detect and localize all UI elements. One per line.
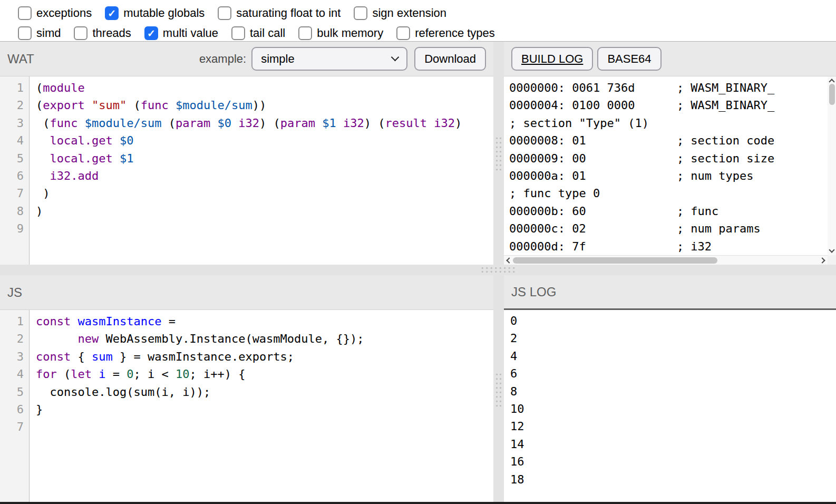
line-number: 4	[0, 132, 29, 149]
code-line: }	[36, 401, 493, 418]
feature-toggle-multi-value[interactable]: ✓multi value	[144, 26, 218, 40]
build-log-vertical-scrollbar[interactable]	[828, 76, 836, 255]
feature-toggle-bulk-memory[interactable]: bulk memory	[298, 26, 383, 40]
js-log-body: 0 2 4 6 8 10 12 14 16 18	[504, 310, 836, 504]
example-label: example:	[199, 52, 246, 66]
feature-toggle-saturating-float-to-int[interactable]: saturating float to int	[218, 6, 341, 20]
scroll-down-icon[interactable]	[829, 247, 834, 253]
wat-panel-title: WAT	[7, 52, 34, 66]
code-line: const wasmInstance =	[36, 313, 493, 330]
js-editor[interactable]: 1234567 const wasmInstance = new WebAsse…	[0, 310, 493, 504]
code-line: i32.add	[36, 167, 493, 185]
checkbox-unchecked-icon[interactable]	[231, 26, 245, 40]
js-panel-title: JS	[7, 285, 22, 300]
line-number: 4	[0, 365, 29, 383]
js-editor-gutter: 1234567	[0, 310, 30, 504]
checkbox-checked-icon[interactable]: ✓	[144, 26, 158, 40]
js-panel: JS 1234567 const wasmInstance = new WebA…	[0, 275, 493, 504]
code-line: for (let i = 0; i < 10; i++) {	[36, 365, 493, 383]
line-number: 2	[0, 96, 29, 114]
line-number: 3	[0, 114, 29, 132]
code-line: )	[36, 202, 493, 220]
feature-toggle-reference-types[interactable]: reference types	[396, 26, 495, 40]
scroll-right-icon[interactable]	[819, 257, 825, 263]
code-line: (func $module/sum (param $0 i32) (param …	[36, 114, 493, 132]
checkbox-unchecked-icon[interactable]	[354, 6, 367, 20]
vertical-splitter-top[interactable]	[493, 42, 504, 265]
wat-panel: WAT example: simple Download 123456789 (…	[0, 42, 493, 265]
js-log-output: 0 2 4 6 8 10 12 14 16 18	[504, 310, 836, 488]
horizontal-splitter[interactable]	[0, 265, 836, 275]
drag-handle-icon	[495, 372, 503, 407]
code-line: )	[36, 185, 493, 202]
checkbox-unchecked-icon[interactable]	[396, 26, 410, 40]
vertical-splitter-bottom[interactable]	[493, 275, 504, 504]
download-button[interactable]: Download	[414, 47, 486, 71]
feature-toggle-threads[interactable]: threads	[74, 26, 131, 40]
wat-editor[interactable]: 123456789 (module(export "sum" (func $mo…	[0, 76, 493, 265]
line-number: 1	[0, 313, 29, 330]
page-bottom-border	[0, 502, 836, 504]
features-row-2: simdthreads✓multi valuetail callbulk mem…	[18, 23, 836, 43]
checkbox-checked-icon[interactable]: ✓	[105, 6, 119, 20]
main-grid: WAT example: simple Download 123456789 (…	[0, 42, 836, 504]
drag-handle-icon	[495, 136, 503, 171]
build-log-panel: BUILD LOGBASE64 0000000: 0061 736d ; WAS…	[504, 42, 836, 265]
code-line: local.get $0	[36, 132, 493, 149]
horizontal-scroll-thumb[interactable]	[513, 257, 717, 264]
feature-toggle-exceptions[interactable]: exceptions	[18, 6, 92, 20]
feature-label: saturating float to int	[236, 6, 341, 20]
code-line: new WebAssembly.Instance(wasmModule, {})…	[36, 330, 493, 347]
checkbox-unchecked-icon[interactable]	[218, 6, 231, 20]
example-select[interactable]: simple	[251, 47, 407, 71]
js-log-title: JS LOG	[511, 285, 556, 299]
checkbox-unchecked-icon[interactable]	[18, 26, 32, 40]
line-number: 8	[0, 202, 29, 220]
features-row-1: exceptions✓mutable globalssaturating flo…	[18, 3, 836, 23]
checkbox-unchecked-icon[interactable]	[74, 26, 88, 40]
scroll-left-icon[interactable]	[506, 257, 512, 263]
build-log-body: 0000000: 0061 736d ; WASM_BINARY_ 000000…	[504, 76, 836, 265]
tab-base64[interactable]: BASE64	[597, 47, 661, 71]
js-editor-code: const wasmInstance = new WebAssembly.Ins…	[30, 310, 493, 504]
scrollbar-corner	[828, 255, 836, 265]
feature-toggle-simd[interactable]: simd	[18, 26, 61, 40]
line-number: 6	[0, 167, 29, 185]
line-number: 7	[0, 418, 29, 435]
example-select-value: simple	[261, 52, 295, 66]
feature-label: exceptions	[36, 6, 92, 20]
feature-label: reference types	[415, 26, 495, 40]
checkbox-unchecked-icon[interactable]	[298, 26, 312, 40]
code-line	[36, 418, 493, 435]
js-log-panel: JS LOG 0 2 4 6 8 10 12 14 16 18	[504, 275, 836, 504]
feature-toggle-tail-call[interactable]: tail call	[231, 26, 285, 40]
feature-toggle-sign-extension[interactable]: sign extension	[354, 6, 446, 20]
build-log-tabs: BUILD LOGBASE64	[504, 42, 836, 76]
checkbox-unchecked-icon[interactable]	[18, 6, 32, 20]
wat-panel-header: WAT example: simple Download	[0, 42, 493, 76]
line-number: 7	[0, 185, 29, 202]
wasm-features-bar: exceptions✓mutable globalssaturating flo…	[0, 0, 836, 42]
feature-label: multi value	[163, 26, 218, 40]
build-log-horizontal-scrollbar[interactable]	[504, 255, 828, 265]
js-log-header: JS LOG	[504, 275, 836, 310]
drag-handle-icon	[480, 266, 515, 274]
feature-label: mutable globals	[123, 6, 205, 20]
feature-label: simd	[36, 26, 61, 40]
line-number: 6	[0, 401, 29, 418]
wat-editor-gutter: 123456789	[0, 76, 30, 265]
line-number: 3	[0, 348, 29, 365]
chevron-down-icon	[391, 53, 400, 62]
tab-build-log[interactable]: BUILD LOG	[511, 47, 593, 71]
code-line: local.get $1	[36, 150, 493, 167]
build-log-output: 0000000: 0061 736d ; WASM_BINARY_ 000000…	[504, 76, 836, 255]
line-number: 1	[0, 79, 29, 96]
feature-label: threads	[92, 26, 131, 40]
code-line	[36, 220, 493, 237]
wat-editor-code: (module(export "sum" (func $module/sum))…	[30, 76, 493, 265]
line-number: 5	[0, 383, 29, 401]
feature-toggle-mutable-globals[interactable]: ✓mutable globals	[105, 6, 205, 20]
code-line: (export "sum" (func $module/sum))	[36, 96, 493, 114]
line-number: 2	[0, 330, 29, 347]
vertical-scroll-thumb[interactable]	[829, 84, 835, 105]
